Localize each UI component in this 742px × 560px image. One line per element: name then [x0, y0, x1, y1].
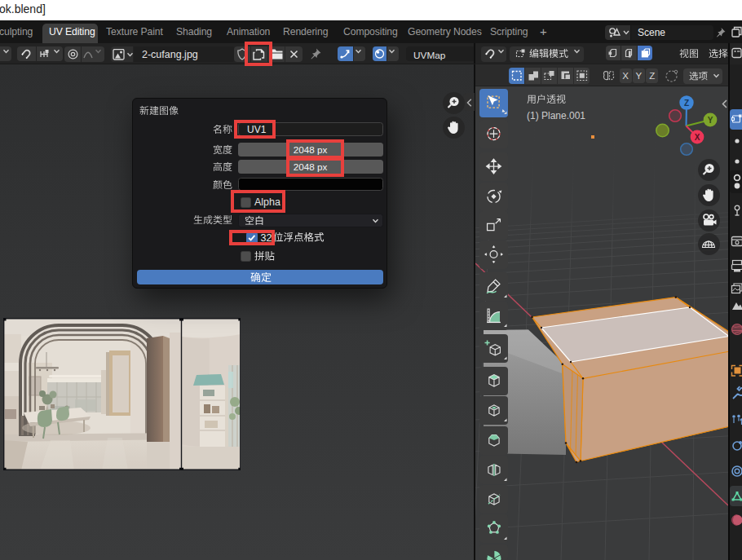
svg-text:X: X	[695, 133, 700, 142]
svg-text:Y: Y	[708, 116, 713, 125]
svg-text:Z: Z	[684, 99, 689, 108]
